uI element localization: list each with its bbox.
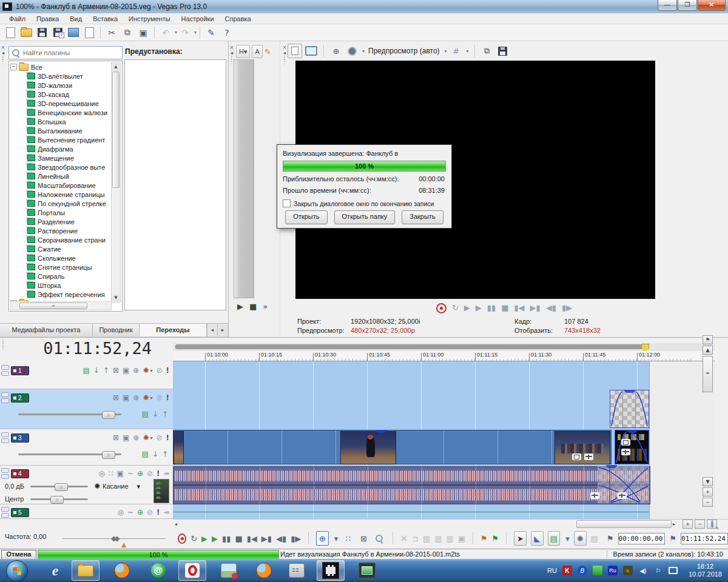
event-fx-icon[interactable] bbox=[590, 492, 599, 499]
solo-icon[interactable]: ! bbox=[166, 393, 169, 402]
automation-settings-icon[interactable]: ✺ bbox=[143, 433, 149, 442]
zoom-edit-tool-button[interactable] bbox=[374, 532, 385, 545]
track-minimize-icon[interactable] bbox=[1, 365, 9, 376]
play-icon[interactable]: ▶ bbox=[476, 303, 482, 313]
close-button[interactable]: ✕ bbox=[698, 0, 726, 11]
track-fx-icon[interactable]: ⊕ bbox=[137, 469, 143, 478]
undo-button[interactable]: ↶ bbox=[158, 26, 173, 39]
timeline-horizontal-scrollbar[interactable]: ◂ ▸ + − bbox=[173, 519, 728, 529]
arm-record-icon[interactable]: ◎ bbox=[98, 469, 104, 478]
automation-gear-icon[interactable]: ✺ bbox=[94, 482, 100, 490]
undo-dropdown-icon[interactable]: ▾ bbox=[175, 30, 177, 35]
next-frame-button[interactable]: ▮▶ bbox=[291, 534, 301, 543]
taskbar-opera[interactable] bbox=[178, 560, 206, 581]
preset-mode-button[interactable]: H ▾ bbox=[236, 45, 250, 58]
multicam-icon[interactable]: ▤ bbox=[83, 366, 89, 375]
loop-region-bar[interactable] bbox=[173, 343, 715, 352]
time-ruler[interactable]: 01:10:0001:10:1501:10:3001:10:4501:11:00… bbox=[173, 351, 715, 361]
solo-icon[interactable]: ! bbox=[166, 433, 169, 442]
interaction-tool-button[interactable]: ✎ bbox=[204, 26, 218, 39]
close-dialog-button[interactable]: Закрыть bbox=[402, 210, 443, 224]
envelope-tool-button[interactable]: ∷ bbox=[342, 532, 354, 545]
dropdown-icon[interactable]: ▾ bbox=[150, 395, 152, 401]
scroll-up-icon[interactable]: ▲ bbox=[112, 63, 120, 71]
marker-tool-icon[interactable]: ⚑ bbox=[703, 335, 713, 344]
selected-video-clip[interactable] bbox=[615, 430, 649, 464]
copy-button[interactable]: ⧉ bbox=[120, 26, 135, 39]
make-composited-child-icon[interactable]: ↓ bbox=[93, 366, 99, 375]
pan-slider[interactable] bbox=[30, 498, 88, 500]
make-composited-parent-icon[interactable]: ↑ bbox=[162, 450, 168, 458]
envelope-icon[interactable]: ~ bbox=[127, 508, 133, 517]
transition-item[interactable]: Сжатие bbox=[10, 244, 112, 253]
track-fx-icon[interactable]: ⊕ bbox=[133, 433, 139, 442]
auto-ripple-button[interactable]: ◣ bbox=[531, 531, 544, 546]
scroll-up-icon[interactable]: ▲ bbox=[703, 346, 713, 355]
cancel-render-button[interactable]: Отмена bbox=[1, 550, 36, 560]
preset-list[interactable] bbox=[124, 59, 226, 310]
taskbar-internet-explorer[interactable]: e bbox=[41, 560, 69, 581]
stop-icon[interactable]: ■ bbox=[501, 303, 508, 313]
record-button[interactable] bbox=[178, 534, 186, 544]
track-header-5[interactable]: 5 ◎ ~ ⊕ ⊘ ! -∞ bbox=[0, 504, 173, 519]
transition-item[interactable]: Разделение bbox=[10, 217, 112, 226]
track-header-1[interactable]: 1 ▤ ↓ ↑ ⊠ ▣ ⊕ ✺ ▾ ⊘ ! bbox=[0, 361, 173, 389]
search-input[interactable] bbox=[22, 48, 122, 57]
transition-item[interactable]: Замещение bbox=[10, 153, 112, 162]
timeline-timecode-display[interactable]: 01:11:52,24 bbox=[0, 339, 152, 360]
external-control-button[interactable]: ▤ bbox=[591, 534, 598, 543]
transition-item[interactable]: Линейный bbox=[10, 172, 112, 181]
pan-crop-icon[interactable] bbox=[621, 439, 630, 446]
tabs-scroll-left[interactable]: ◂ bbox=[207, 324, 217, 336]
pause-icon[interactable]: ▮▮ bbox=[487, 303, 496, 313]
volume-slider[interactable] bbox=[30, 486, 88, 487]
network-tray-icon[interactable] bbox=[669, 566, 678, 575]
track-fx-icon[interactable]: ⊕ bbox=[137, 508, 143, 517]
track-number-badge[interactable]: 4 bbox=[11, 469, 29, 478]
overlays-grid-button[interactable]: # bbox=[450, 44, 463, 58]
transition-item[interactable]: 3D-каскад bbox=[10, 90, 112, 99]
previous-frame-icon[interactable]: ◀▮ bbox=[546, 303, 556, 313]
solo-icon[interactable]: ! bbox=[157, 508, 160, 517]
taskbar-vegas-pro[interactable] bbox=[317, 560, 345, 581]
preset-play-icon[interactable]: ▶ bbox=[237, 302, 243, 311]
selection-tool-button[interactable]: ⊠ bbox=[358, 532, 369, 545]
menu-item[interactable]: Настройки bbox=[176, 14, 220, 24]
audio-clip-channel-2[interactable] bbox=[173, 485, 650, 504]
close-dialog-checkbox[interactable] bbox=[283, 199, 291, 207]
scroll-down-icon[interactable]: ▼ bbox=[703, 477, 713, 486]
open-in-trimmer-button[interactable] bbox=[82, 26, 96, 39]
loop-playback-icon[interactable]: ↻ bbox=[452, 303, 459, 313]
automation-record-button[interactable]: ✺ bbox=[574, 531, 587, 546]
snap-dropdown-icon[interactable]: ▾ bbox=[565, 534, 570, 543]
automation-settings-icon[interactable]: ✺ bbox=[143, 366, 149, 375]
play-button[interactable]: ▶ bbox=[212, 534, 218, 543]
multicam-icon[interactable]: ▤ bbox=[142, 450, 149, 458]
mute-icon[interactable]: ⊘ bbox=[147, 469, 153, 478]
pan-crop-icon[interactable] bbox=[572, 453, 581, 460]
selection-start-field[interactable]: 00:00:00,00 bbox=[618, 533, 666, 544]
track-lane-5[interactable] bbox=[173, 504, 715, 520]
scroll-right-icon[interactable]: ▸ bbox=[673, 521, 675, 527]
pause-button[interactable]: ▮▮ bbox=[222, 534, 231, 543]
minimize-button[interactable]: — bbox=[658, 0, 677, 11]
preset-stop-icon[interactable]: ■ bbox=[249, 302, 257, 311]
loop-playback-button[interactable]: ↻ bbox=[190, 534, 197, 543]
transition-item[interactable]: Шторка bbox=[10, 281, 112, 290]
solo-icon[interactable]: ! bbox=[166, 366, 169, 375]
video-properties-button[interactable] bbox=[288, 44, 302, 58]
punto-switcher-tray-icon[interactable]: Ru bbox=[608, 566, 618, 575]
group-button[interactable]: ▥ bbox=[423, 534, 430, 543]
loop-region[interactable] bbox=[175, 344, 646, 349]
preset-loop-icon[interactable]: » bbox=[263, 302, 268, 311]
redo-button[interactable]: ↷ bbox=[178, 26, 192, 39]
transition-item[interactable]: По секундной стрелке bbox=[10, 199, 112, 208]
taskbar-remote-desktop[interactable] bbox=[353, 560, 381, 581]
insert-marker-button[interactable]: ⚑ bbox=[480, 534, 488, 543]
overlays-dropdown-icon[interactable]: ▾ bbox=[467, 48, 469, 54]
mode-dropdown-icon[interactable]: ▾ bbox=[445, 48, 447, 54]
transition-item[interactable]: Масштабирование bbox=[10, 181, 112, 190]
envelope-icon[interactable]: ~ bbox=[127, 469, 133, 478]
dropdown-icon[interactable]: ▾ bbox=[150, 368, 152, 373]
split-button[interactable]: ▥ bbox=[447, 534, 454, 543]
